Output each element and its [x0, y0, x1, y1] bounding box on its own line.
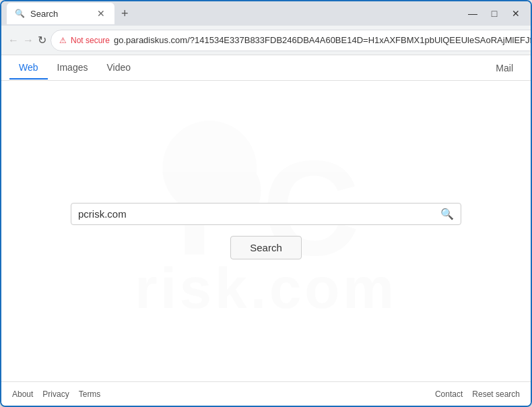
- search-button[interactable]: Search: [230, 236, 302, 259]
- search-icon: 🔍: [440, 208, 454, 220]
- footer-right-links: Contact Reset search: [435, 389, 520, 399]
- nav-tab-mail[interactable]: Mail: [486, 57, 523, 79]
- address-bar: ← → ↻ ⚠ Not secure go.paradiskus.com/?14…: [1, 26, 531, 55]
- window-controls: — □ ✕: [463, 6, 525, 21]
- search-input[interactable]: [78, 208, 440, 220]
- forward-button[interactable]: →: [23, 31, 34, 50]
- search-icon-button[interactable]: 🔍: [440, 208, 454, 220]
- footer-privacy-link[interactable]: Privacy: [42, 389, 69, 399]
- footer-left-links: About Privacy Terms: [12, 389, 100, 399]
- footer: About Privacy Terms Contact Reset search: [1, 381, 531, 406]
- watermark-bottom: risk.com: [135, 255, 397, 321]
- close-button[interactable]: ✕: [506, 6, 525, 21]
- footer-reset-link[interactable]: Reset search: [472, 389, 520, 399]
- security-label: Not secure: [71, 36, 110, 45]
- minimize-button[interactable]: —: [463, 6, 482, 21]
- footer-about-link[interactable]: About: [12, 389, 33, 399]
- tab-favicon: 🔍: [15, 9, 25, 18]
- footer-terms-link[interactable]: Terms: [79, 389, 101, 399]
- nav-tab-web[interactable]: Web: [9, 57, 48, 80]
- address-bar-input-wrap[interactable]: ⚠ Not secure go.paradiskus.com/?141534E3…: [51, 30, 532, 51]
- footer-contact-link[interactable]: Contact: [435, 389, 463, 399]
- maximize-button[interactable]: □: [485, 6, 504, 21]
- tab-close-button[interactable]: ✕: [96, 8, 106, 19]
- back-button[interactable]: ←: [8, 31, 19, 50]
- nav-tabs-bar: Web Images Video Mail: [1, 55, 531, 81]
- url-display: go.paradiskus.com/?141534E337B833FDB246D…: [114, 35, 532, 45]
- search-container: 🔍 Search: [71, 203, 461, 259]
- title-bar: 🔍 Search ✕ + — □ ✕: [1, 1, 531, 26]
- nav-tab-video[interactable]: Video: [97, 57, 140, 80]
- refresh-button[interactable]: ↻: [38, 31, 46, 50]
- tab-title: Search: [30, 9, 58, 19]
- new-tab-button[interactable]: +: [119, 4, 131, 24]
- security-icon: ⚠: [59, 36, 67, 45]
- active-tab[interactable]: 🔍 Search ✕: [7, 3, 114, 24]
- main-content: PC risk.com 🔍 Search: [1, 81, 531, 381]
- search-box-wrap[interactable]: 🔍: [71, 203, 461, 225]
- nav-tab-images[interactable]: Images: [48, 57, 98, 80]
- browser-window: 🔍 Search ✕ + — □ ✕ ← → ↻ ⚠ Not secure go…: [0, 0, 532, 407]
